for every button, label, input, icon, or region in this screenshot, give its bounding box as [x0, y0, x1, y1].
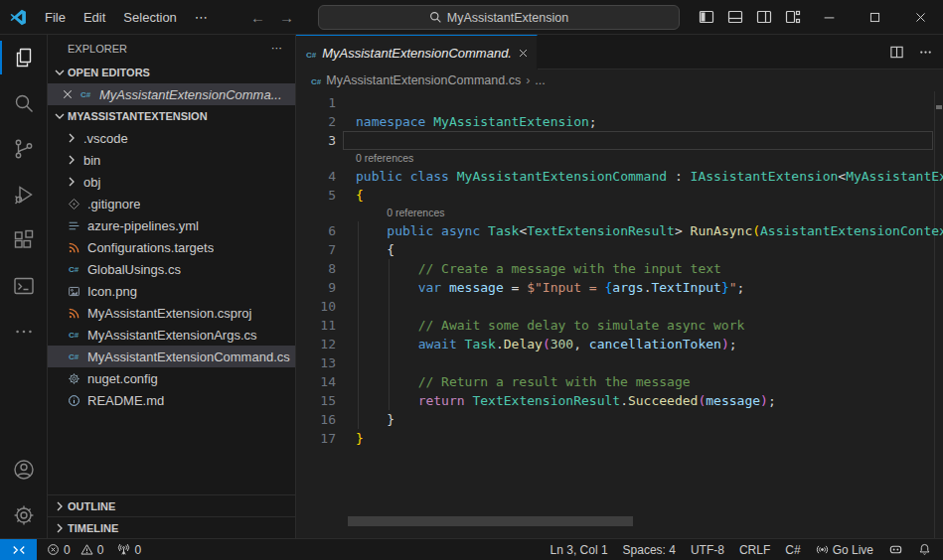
code-line[interactable]: 4public class MyAssistantExtensionComman… — [296, 167, 943, 186]
open-editors-header[interactable]: OPEN EDITORS — [48, 62, 295, 83]
code-line[interactable]: 8 // Create a message with the input tex… — [296, 259, 943, 278]
code-line[interactable]: 9 var message = $"Input = {args.TextInpu… — [296, 278, 943, 297]
activity-extensions-icon[interactable] — [0, 217, 47, 263]
activity-more-icon[interactable] — [0, 309, 47, 354]
tree-item-myassistantextensioncommand-cs[interactable]: C#MyAssistantExtensionCommand.cs — [48, 346, 295, 367]
code-line[interactable]: 3 — [296, 131, 943, 150]
codelens[interactable]: 0 references — [296, 150, 943, 167]
toggle-sidebar-icon[interactable] — [699, 9, 714, 25]
line-number: 6 — [296, 221, 336, 240]
timeline-section-header[interactable]: TIMELINE — [48, 516, 295, 538]
activity-search-icon[interactable] — [0, 80, 47, 126]
titlebar: File Edit Selection ⋯ ← → MyAssistantExt… — [0, 0, 943, 35]
close-window-button[interactable] — [897, 0, 943, 35]
code-line[interactable]: 6 public async Task<TextExtensionResult>… — [296, 221, 943, 240]
editor-more-actions-icon[interactable] — [918, 45, 933, 60]
broadcast-icon — [816, 543, 829, 556]
code-editor[interactable]: 12namespace MyAssistantExtension;30 refe… — [296, 91, 943, 538]
line-number: 13 — [296, 353, 336, 372]
toggle-secondary-sidebar-icon[interactable] — [756, 9, 772, 25]
explorer-more-actions-icon[interactable]: ⋯ — [271, 42, 283, 55]
csharp-file-icon: C# — [64, 331, 83, 340]
code-line[interactable]: 2namespace MyAssistantExtension; — [296, 112, 943, 131]
tree-item-nuget-config[interactable]: nuget.config — [48, 367, 295, 389]
ports-indicator[interactable]: 0 — [117, 543, 141, 557]
problems-indicator[interactable]: 0 0 — [47, 543, 103, 557]
line-number: 1 — [296, 93, 336, 112]
remote-indicator[interactable] — [0, 539, 37, 560]
open-editor-item[interactable]: C#MyAssistantExtensionComma... — [48, 83, 295, 105]
code-line[interactable]: 1 — [296, 93, 943, 112]
indentation-setting[interactable]: Spaces: 4 — [623, 543, 676, 557]
copilot-icon[interactable] — [888, 542, 903, 557]
line-number: 16 — [296, 410, 336, 429]
line-number: 5 — [296, 186, 336, 205]
menu-item-selection[interactable]: Selection — [114, 10, 185, 25]
tree-item-bin[interactable]: bin — [48, 149, 295, 171]
codelens[interactable]: 0 references — [296, 205, 943, 221]
activity-source-control-icon[interactable] — [0, 126, 47, 172]
activity-explorer-icon[interactable] — [0, 35, 47, 80]
code-line[interactable]: 5{ — [296, 186, 943, 205]
tab-myassistantextensioncommand[interactable]: C# MyAssistantExtensionCommand.cs — [296, 35, 538, 70]
code-line[interactable]: 10 — [296, 297, 943, 316]
encoding-setting[interactable]: UTF-8 — [691, 543, 724, 557]
activity-accounts-icon[interactable] — [0, 447, 47, 492]
code-line[interactable]: 16 } — [296, 410, 943, 429]
csharp-file-icon: C# — [64, 265, 83, 274]
activity-bar — [0, 35, 48, 538]
nav-forward-icon[interactable]: → — [279, 9, 294, 26]
maximize-button[interactable] — [852, 0, 897, 35]
tree-item-configurations-targets[interactable]: Configurations.targets — [48, 236, 295, 258]
activity-settings-icon[interactable] — [0, 492, 47, 538]
rss-file-icon — [64, 241, 83, 254]
radio-tower-icon — [117, 543, 130, 556]
language-mode[interactable]: C# — [785, 543, 800, 557]
tree-item-icon-png[interactable]: Icon.png — [48, 280, 295, 302]
go-live-button[interactable]: Go Live — [816, 543, 873, 557]
breadcrumb[interactable]: C# MyAssistantExtensionCommand.cs › ... — [296, 70, 943, 91]
activity-run-debug-icon[interactable] — [0, 172, 47, 217]
tree-item--gitignore[interactable]: .gitignore — [48, 193, 295, 214]
tree-item-readme-md[interactable]: README.md — [48, 389, 295, 411]
code-line[interactable]: 13 — [296, 353, 943, 372]
minimize-button[interactable] — [806, 0, 852, 35]
command-center[interactable]: MyAssistantExtension — [318, 5, 680, 30]
menu-item-more[interactable]: ⋯ — [186, 10, 217, 25]
breadcrumb-tail[interactable]: ... — [535, 73, 545, 87]
eol-setting[interactable]: CRLF — [739, 543, 770, 557]
code-line[interactable]: 15 return TextExtensionResult.Succeeded(… — [296, 391, 943, 410]
tree-item-myassistantextensionargs-cs[interactable]: C#MyAssistantExtensionArgs.cs — [48, 324, 295, 346]
notifications-bell-icon[interactable] — [918, 543, 931, 556]
menu-item-file[interactable]: File — [36, 10, 75, 25]
tree-item-globalusings-cs[interactable]: C#GlobalUsings.cs — [48, 258, 295, 280]
tab-close-icon[interactable] — [518, 48, 529, 59]
code-line[interactable]: 14 // Return a result with the message — [296, 372, 943, 391]
line-number: 2 — [296, 112, 336, 131]
line-number: 8 — [296, 259, 336, 278]
tree-item-myassistantextension-csproj[interactable]: MyAssistantExtension.csproj — [48, 302, 295, 324]
code-line[interactable]: 12 await Task.Delay(300, cancellationTok… — [296, 335, 943, 353]
image-file-icon — [64, 285, 83, 298]
toggle-panel-icon[interactable] — [727, 9, 743, 25]
menu-item-edit[interactable]: Edit — [75, 10, 114, 25]
current-line-highlight — [343, 131, 933, 150]
menubar: File Edit Selection ⋯ — [36, 10, 217, 25]
split-editor-icon[interactable] — [889, 45, 904, 60]
project-section-header[interactable]: MYASSISTANTEXTENSION — [48, 105, 295, 127]
tree-item-obj[interactable]: obj — [48, 171, 295, 193]
code-line[interactable]: 7 { — [296, 240, 943, 259]
outline-section-header[interactable]: OUTLINE — [48, 494, 295, 516]
close-icon[interactable] — [60, 88, 76, 100]
breadcrumb-file[interactable]: MyAssistantExtensionCommand.cs — [326, 73, 521, 87]
nav-back-icon[interactable]: ← — [250, 9, 265, 26]
line-number: 15 — [296, 391, 336, 410]
tree-item--vscode[interactable]: .vscode — [48, 127, 295, 149]
code-line[interactable]: 17} — [296, 429, 943, 448]
cursor-position[interactable]: Ln 3, Col 1 — [550, 543, 608, 557]
horizontal-scrollbar[interactable] — [348, 516, 633, 526]
tree-item-azure-pipelines-yml[interactable]: azure-pipelines.yml — [48, 214, 295, 236]
customize-layout-icon[interactable] — [785, 9, 801, 25]
code-line[interactable]: 11 // Await some delay to simulate async… — [296, 316, 943, 335]
activity-terminal-icon[interactable] — [0, 263, 47, 309]
